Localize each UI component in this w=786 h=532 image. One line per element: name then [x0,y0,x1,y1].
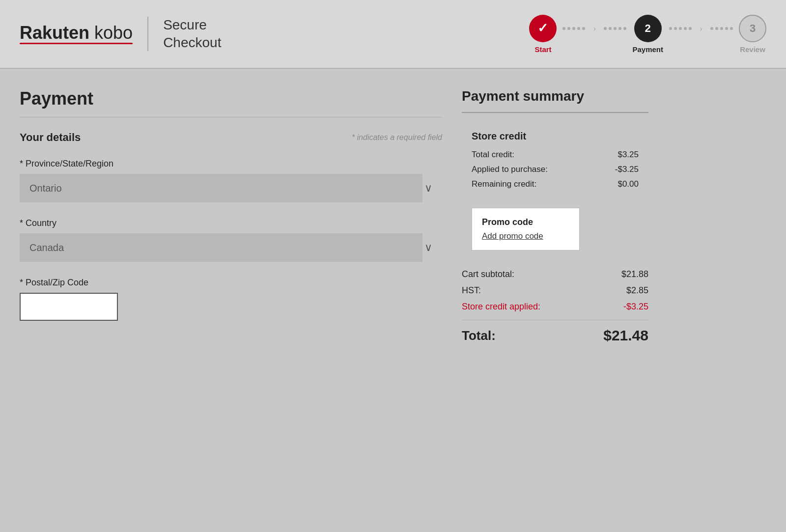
hst-value: $2.85 [626,285,648,296]
province-chevron-icon: ∨ [424,182,432,195]
dot [725,27,728,30]
dot [715,27,718,30]
header: Rakuten kobo SecureCheckout ✓ Start › [0,0,786,69]
promo-title: Promo code [482,217,569,227]
arrow-2-3: › [698,24,704,34]
add-promo-code-link[interactable]: Add promo code [482,231,543,241]
country-chevron-icon: ∨ [424,241,432,254]
left-panel: Payment Your details * indicates a requi… [20,88,442,344]
dots-2-3 [663,27,698,30]
checkout-steps: ✓ Start › 2 Payment [529,15,766,54]
header-divider [147,17,148,51]
your-details-row: Your details * indicates a required fiel… [20,131,442,144]
province-select[interactable]: Ontario Quebec British Columbia Alberta [20,174,422,202]
kobo-text: kobo [94,23,133,43]
country-field-group: * Country Canada United States United Ki… [20,218,442,262]
step-payment-label: Payment [632,45,663,54]
province-field-group: * Province/State/Region Ontario Quebec B… [20,159,442,202]
step-payment: 2 Payment [632,15,663,54]
total-value: $21.48 [603,327,648,344]
store-credit-applied-label: Store credit applied: [462,302,540,312]
summary-title: Payment summary [462,88,648,104]
arrow-1-2: › [591,24,598,34]
remaining-credit-value: $0.00 [618,179,639,189]
dot [618,27,621,30]
applied-credit-value: -$3.25 [615,165,639,174]
country-select-wrapper[interactable]: Canada United States United Kingdom ∨ [20,233,442,262]
cart-summary-area: Cart subtotal: $21.88 HST: $2.85 Store c… [462,269,648,344]
dots-1-2 [557,27,591,30]
store-credit-applied-row: Store credit applied: -$3.25 [462,302,648,312]
main-content: Payment Your details * indicates a requi… [0,69,786,344]
dot [582,27,585,30]
step-review-label: Review [740,45,765,54]
remaining-credit-label: Remaining credit: [472,179,536,189]
step-start-circle: ✓ [529,15,557,42]
dot [689,27,692,30]
cart-subtotal-row: Cart subtotal: $21.88 [462,269,648,280]
dot [604,27,607,30]
store-credit-applied-value: -$3.25 [623,302,648,312]
dot [720,27,723,30]
store-credit-title: Store credit [472,131,639,142]
rakuten-text: Rakuten [20,23,89,43]
payment-title: Payment [20,88,442,109]
dot [684,27,687,30]
country-label: * Country [20,218,442,228]
dot [614,27,617,30]
dots-1-2b [598,27,632,30]
remaining-credit-row: Remaining credit: $0.00 [472,179,639,189]
applied-credit-label: Applied to purchase: [472,165,548,174]
total-credit-row: Total credit: $3.25 [472,150,639,160]
dots-2-3b [704,27,739,30]
step-payment-circle: 2 [634,15,662,42]
logo-underline [20,43,133,44]
dot [562,27,565,30]
dot [572,27,575,30]
dot [710,27,713,30]
total-row: Total: $21.48 [462,320,648,344]
summary-divider [462,112,648,113]
dot [669,27,672,30]
dot [730,27,733,30]
hst-label: HST: [462,285,481,296]
logo-area: Rakuten kobo [20,24,133,44]
dot [577,27,580,30]
payment-divider [20,117,442,117]
total-credit-label: Total credit: [472,150,514,160]
store-credit-box: Store credit Total credit: $3.25 Applied… [462,121,648,199]
required-note: * indicates a required field [352,133,442,142]
dot [567,27,570,30]
step-payment-number: 2 [645,22,651,35]
province-label: * Province/State/Region [20,159,442,169]
checkmark-icon: ✓ [537,21,548,36]
logo-wrapper: Rakuten kobo [20,24,133,44]
step-review-number: 3 [750,22,756,35]
postal-input[interactable] [20,293,118,321]
dot [623,27,626,30]
step-start: ✓ Start [529,15,557,54]
step-start-label: Start [534,45,551,54]
cart-subtotal-label: Cart subtotal: [462,269,514,280]
dot [674,27,677,30]
step-review: 3 Review [739,15,766,54]
right-panel: Payment summary Store credit Total credi… [462,88,648,344]
dot [609,27,612,30]
total-credit-value: $3.25 [618,150,639,160]
hst-row: HST: $2.85 [462,285,648,296]
province-select-wrapper[interactable]: Ontario Quebec British Columbia Alberta … [20,174,442,202]
dot [679,27,682,30]
promo-box: Promo code Add promo code [472,208,580,251]
cart-subtotal-value: $21.88 [621,269,648,280]
country-select[interactable]: Canada United States United Kingdom [20,233,422,262]
total-label: Total: [462,328,496,343]
step-review-circle: 3 [739,15,766,42]
applied-credit-row: Applied to purchase: -$3.25 [472,165,639,174]
secure-checkout-title: SecureCheckout [163,16,221,52]
promo-area: Promo code Add promo code [462,201,648,259]
rakuten-kobo-logo[interactable]: Rakuten kobo [20,24,133,42]
your-details-label: Your details [20,131,81,144]
postal-label: * Postal/Zip Code [20,278,442,288]
postal-field-group: * Postal/Zip Code [20,278,442,321]
